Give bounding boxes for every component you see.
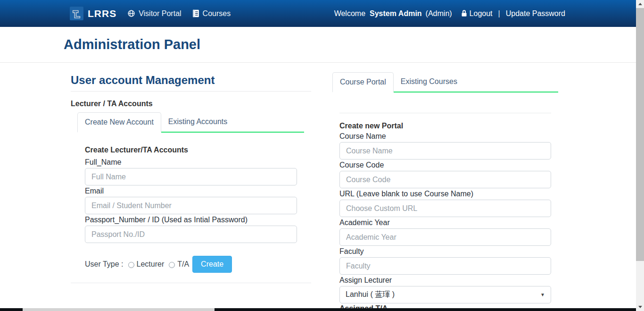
nav-courses-label: Courses: [203, 9, 231, 18]
page-title: Administration Panel: [0, 27, 636, 52]
brand[interactable]: LRRS: [70, 7, 116, 20]
welcome-text: Welcome: [334, 9, 365, 18]
user-account-panel: User account Management Lecturer / TA Ac…: [71, 63, 311, 283]
lecturer-ta-heading: Lecturer / TA Accounts: [71, 100, 311, 108]
course-name-input[interactable]: [339, 142, 551, 160]
top-navbar: LRRS Visitor Portal Cour: [0, 0, 636, 27]
create-button[interactable]: Create: [192, 256, 232, 273]
nav-visitor-portal[interactable]: Visitor Portal: [127, 9, 181, 18]
course-tabs: Course Portal Existing Courses: [332, 72, 558, 92]
logout-link[interactable]: Logout: [470, 9, 493, 18]
vertical-scrollbar[interactable]: [636, 0, 644, 311]
brand-label: LRRS: [88, 8, 116, 19]
tab-course-portal[interactable]: Course Portal: [332, 72, 394, 92]
radio-lecturer[interactable]: [128, 262, 134, 268]
update-password-link[interactable]: Update Password: [506, 9, 565, 18]
radio-lecturer-label: Lecturer: [137, 260, 165, 269]
globe-icon: [127, 9, 135, 17]
custom-url-label: URL (Leave blank to use Course Name): [339, 190, 551, 198]
select-caret-icon: ▼: [540, 292, 545, 297]
divider: [71, 91, 311, 92]
create-portal-form: Create new Portal Course Name Course Cod…: [332, 113, 558, 311]
tab-create-new-account[interactable]: Create New Account: [77, 112, 161, 133]
custom-url-input[interactable]: [339, 200, 551, 217]
book-icon: [192, 9, 199, 17]
create-account-form: Create Lecturer/TA Accounts Full_Name Em…: [77, 133, 311, 273]
tab-existing-accounts[interactable]: Existing Accounts: [161, 112, 234, 133]
email-input[interactable]: [85, 197, 297, 214]
user-type-label: User Type :: [85, 260, 124, 269]
academic-year-label: Academic Year: [339, 219, 551, 227]
radio-ta[interactable]: [169, 262, 175, 268]
nav-courses[interactable]: Courses: [192, 9, 231, 18]
course-portal-panel: Course Portal Existing Courses Create ne…: [332, 63, 558, 311]
passport-input[interactable]: [85, 226, 297, 243]
horizontal-scrollbar-thumb[interactable]: [23, 308, 215, 311]
horizontal-scrollbar[interactable]: [0, 308, 636, 311]
course-name-label: Course Name: [339, 132, 551, 141]
main-content: User account Management Lecturer / TA Ac…: [71, 63, 566, 311]
user-role: (Admin): [426, 9, 452, 18]
scroll-up-icon[interactable]: [636, 0, 644, 8]
full-name-input[interactable]: [85, 168, 297, 185]
email-label: Email: [85, 187, 311, 195]
assign-lecturer-value: Lanhui ( 蓝琿 ): [346, 290, 395, 300]
faculty-input[interactable]: [339, 257, 551, 275]
full-name-label: Full_Name: [85, 158, 311, 167]
vertical-scrollbar-thumb[interactable]: [636, 8, 644, 261]
user-type-row: User Type : Lecturer T/A Create: [85, 256, 311, 273]
course-code-label: Course Code: [339, 161, 551, 169]
nav-separator: |: [498, 9, 500, 18]
user-name: System Admin: [370, 9, 422, 18]
radio-ta-label: T/A: [177, 260, 189, 269]
assign-lecturer-select[interactable]: Lanhui ( 蓝琿 ) ▼: [339, 286, 551, 303]
scroll-down-icon[interactable]: [636, 303, 644, 311]
lock-icon: [461, 9, 468, 17]
divider: [71, 283, 311, 283]
page-header: Administration Panel: [0, 27, 636, 63]
nav-visitor-portal-label: Visitor Portal: [139, 9, 181, 18]
create-portal-heading: Create new Portal: [339, 122, 551, 130]
divider: [339, 113, 551, 113]
course-code-input[interactable]: [339, 171, 551, 188]
lrrs-logo-icon: [70, 7, 83, 20]
passport-label: Passport_Number / ID (Used as Intial Pas…: [85, 216, 311, 224]
tab-existing-courses[interactable]: Existing Courses: [394, 72, 464, 92]
account-tabs: Create New Account Existing Accounts: [77, 112, 304, 133]
faculty-label: Faculty: [339, 247, 551, 256]
assign-lecturer-label: Assign Lecturer: [339, 276, 551, 285]
user-account-title: User account Management: [71, 74, 311, 87]
create-account-heading: Create Lecturer/TA Accounts: [85, 146, 311, 154]
academic-year-input[interactable]: [339, 228, 551, 246]
